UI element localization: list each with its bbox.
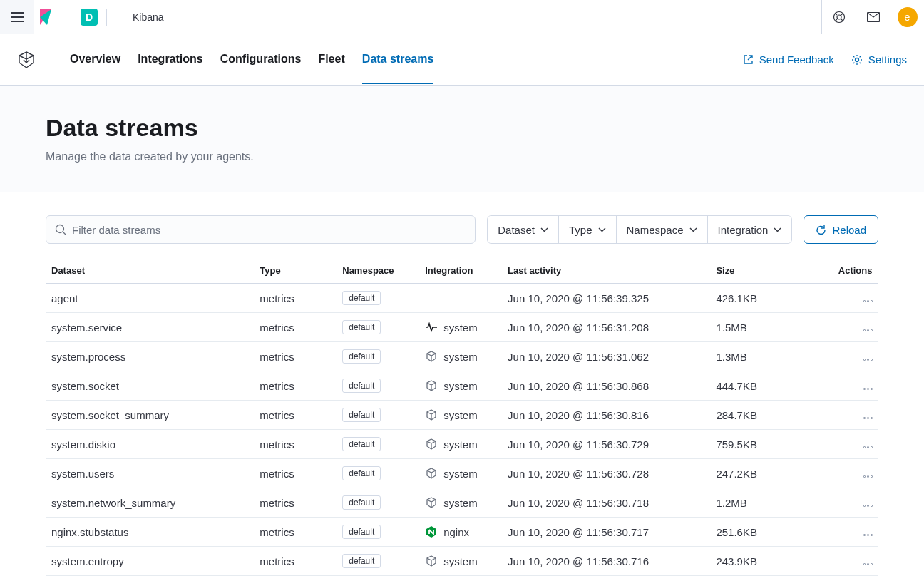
page-subtitle: Manage the data created by your agents. xyxy=(46,150,878,163)
box-icon xyxy=(425,408,438,421)
send-feedback-link[interactable]: Send Feedback xyxy=(743,53,834,66)
breadcrumb[interactable]: Kibana xyxy=(133,11,164,23)
col-header-last-activity[interactable]: Last activity xyxy=(502,258,710,284)
cell-size: 284.7KB xyxy=(710,401,832,430)
cell-size: 1.3MB xyxy=(710,342,832,371)
col-header-namespace[interactable]: Namespace xyxy=(337,258,419,284)
kibana-logo[interactable] xyxy=(34,9,57,25)
newsfeed-button[interactable] xyxy=(821,0,856,34)
avatar: e xyxy=(898,7,918,27)
search-input[interactable] xyxy=(72,224,466,236)
chevron-down-icon xyxy=(689,227,697,232)
col-header-integration[interactable]: Integration xyxy=(419,258,502,284)
table-row: system.diskiometricsdefaultsystemJun 10,… xyxy=(46,430,878,459)
integration-label: system xyxy=(443,351,478,363)
cell-size: 759.5KB xyxy=(710,430,832,459)
box-icon xyxy=(425,467,438,480)
row-actions-button[interactable] xyxy=(863,300,873,302)
namespace-tag: default xyxy=(342,495,381,510)
cell-type: metrics xyxy=(254,371,337,401)
col-header-dataset[interactable]: Dataset xyxy=(46,258,254,284)
integration-label: nginx xyxy=(443,526,469,538)
row-actions-button[interactable] xyxy=(863,446,873,448)
hamburger-icon xyxy=(11,12,24,22)
ingest-manager-icon xyxy=(17,51,36,69)
pulse-icon xyxy=(425,321,438,334)
cell-integration: system xyxy=(419,430,502,459)
integration-label: system xyxy=(443,555,478,567)
tab-overview[interactable]: Overview xyxy=(70,36,120,84)
settings-link[interactable]: Settings xyxy=(851,53,907,66)
cell-actions xyxy=(833,342,878,371)
tab-fleet[interactable]: Fleet xyxy=(318,36,344,84)
cell-namespace: default xyxy=(337,547,419,576)
svg-point-4 xyxy=(56,225,64,233)
tab-data-streams[interactable]: Data streams xyxy=(362,36,434,84)
table-row: system.socket_summarymetricsdefaultsyste… xyxy=(46,401,878,430)
integration-label: system xyxy=(443,322,478,334)
row-actions-button[interactable] xyxy=(863,417,873,419)
integration-label: system xyxy=(443,380,478,392)
cell-last-activity: Jun 10, 2020 @ 11:56:30.816 xyxy=(502,401,710,430)
page-title: Data streams xyxy=(46,114,878,142)
search-field[interactable] xyxy=(46,215,476,244)
user-menu[interactable]: e xyxy=(890,0,924,34)
table-row: system.network_summarymetricsdefaultsyst… xyxy=(46,488,878,518)
cell-size: 426.1KB xyxy=(710,284,832,313)
box-icon xyxy=(425,496,438,509)
svg-point-1 xyxy=(837,15,841,19)
cell-integration xyxy=(419,284,502,313)
nginx-icon xyxy=(425,525,438,538)
tab-integrations[interactable]: Integrations xyxy=(138,36,203,84)
row-actions-button[interactable] xyxy=(863,534,873,536)
table-row: system.servicemetricsdefaultsystemJun 10… xyxy=(46,313,878,342)
cell-namespace: default xyxy=(337,518,419,547)
sub-nav: OverviewIntegrationsConfigurationsFleetD… xyxy=(0,34,924,86)
cell-actions xyxy=(833,430,878,459)
box-icon xyxy=(425,350,438,363)
cell-last-activity: Jun 10, 2020 @ 11:56:30.718 xyxy=(502,488,710,518)
cell-namespace: default xyxy=(337,313,419,342)
col-header-type[interactable]: Type xyxy=(254,258,337,284)
cell-type: metrics xyxy=(254,342,337,371)
cell-last-activity: Jun 10, 2020 @ 11:56:30.868 xyxy=(502,371,710,401)
filter-namespace[interactable]: Namespace xyxy=(617,216,708,243)
cell-last-activity: Jun 10, 2020 @ 11:56:31.208 xyxy=(502,313,710,342)
filter-dataset[interactable]: Dataset xyxy=(488,216,559,243)
cell-dataset: system.diskio xyxy=(46,430,254,459)
filter-integration[interactable]: Integration xyxy=(708,216,792,243)
cell-namespace: default xyxy=(337,430,419,459)
svg-point-3 xyxy=(855,58,858,61)
cell-last-activity: Jun 10, 2020 @ 11:56:39.325 xyxy=(502,284,710,313)
chevron-down-icon xyxy=(598,227,606,232)
cell-last-activity: Jun 10, 2020 @ 11:56:30.728 xyxy=(502,459,710,488)
cell-namespace: default xyxy=(337,488,419,518)
content: DatasetTypeNamespaceIntegration Reload D… xyxy=(0,192,924,581)
row-actions-button[interactable] xyxy=(863,475,873,478)
cell-size: 247.2KB xyxy=(710,459,832,488)
namespace-tag: default xyxy=(342,437,381,451)
cell-actions xyxy=(833,313,878,342)
row-actions-button[interactable] xyxy=(863,505,873,507)
app-badge[interactable]: D xyxy=(81,9,98,26)
top-bar-left: D Kibana xyxy=(0,0,164,34)
tab-configurations[interactable]: Configurations xyxy=(220,36,302,84)
row-actions-button[interactable] xyxy=(863,329,873,331)
cell-size: 243.9KB xyxy=(710,547,832,576)
row-actions-button[interactable] xyxy=(863,359,873,361)
table-row: system.usersmetricsdefaultsystemJun 10, … xyxy=(46,459,878,488)
namespace-tag: default xyxy=(342,320,381,334)
kibana-logo-icon xyxy=(38,9,53,25)
menu-toggle[interactable] xyxy=(0,0,34,34)
cell-actions xyxy=(833,459,878,488)
mail-button[interactable] xyxy=(856,0,890,34)
row-actions-button[interactable] xyxy=(863,388,873,390)
reload-button[interactable]: Reload xyxy=(804,215,878,244)
cell-dataset: system.socket_summary xyxy=(46,401,254,430)
cell-type: metrics xyxy=(254,313,337,342)
table-row: system.socketmetricsdefaultsystemJun 10,… xyxy=(46,371,878,401)
row-actions-button[interactable] xyxy=(863,563,873,565)
filter-type[interactable]: Type xyxy=(559,216,617,243)
cell-type: metrics xyxy=(254,488,337,518)
col-header-size[interactable]: Size xyxy=(710,258,832,284)
